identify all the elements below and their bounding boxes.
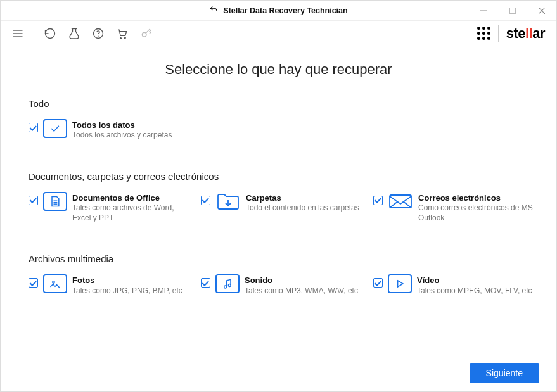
checkbox-emails[interactable] [373, 196, 383, 205]
key-icon[interactable] [136, 22, 157, 45]
svg-line-19 [403, 201, 411, 208]
checkbox-photos[interactable] [29, 278, 38, 288]
document-icon [43, 192, 67, 211]
titlebar: Stellar Data Recovery Technician [1, 1, 556, 21]
page-title: Seleccione lo que hay que recuperar [29, 61, 528, 78]
svg-line-18 [390, 201, 398, 208]
close-button[interactable] [527, 1, 556, 21]
option-all-data[interactable]: Todos los datos Todos los archivos y car… [29, 119, 195, 141]
option-desc: Tales como archivos de Word, Excel y PPT [72, 203, 195, 223]
option-photos[interactable]: Fotos Tales como JPG, PNG, BMP, etc [29, 274, 195, 296]
maximize-button[interactable] [498, 1, 527, 21]
checkbox-video[interactable] [373, 278, 383, 288]
option-video[interactable]: Vídeo Tales como MPEG, MOV, FLV, etc [373, 274, 539, 296]
toolbar-separator [34, 27, 34, 41]
option-office-docs[interactable]: Documentos de Office Tales como archivos… [29, 192, 195, 223]
svg-point-21 [224, 286, 227, 288]
window-title: Stellar Data Recovery Technician [223, 6, 347, 15]
apps-grid-icon[interactable] [477, 27, 490, 40]
svg-point-12 [142, 32, 146, 37]
lab-icon[interactable] [63, 22, 85, 45]
option-desc: Todo el contenido en las carpetas [246, 203, 359, 213]
svg-point-9 [98, 35, 98, 36]
undo-arrow-icon [209, 5, 218, 16]
main-content: Seleccione lo que hay que recuperar Todo… [1, 46, 556, 296]
option-title: Fotos [72, 275, 182, 286]
bottom-bar: Siguiente [0, 353, 557, 392]
option-title: Vídeo [417, 275, 532, 286]
section-media-label: Archivos multimedia [29, 253, 528, 264]
section-docs-label: Documentos, carpetas y correos electróni… [29, 171, 528, 182]
brand-logo: stellar [506, 25, 545, 42]
svg-point-10 [120, 37, 122, 38]
option-desc: Tales como MPEG, MOV, FLV, etc [417, 286, 532, 296]
option-folders[interactable]: Carpetas Todo el contenido en las carpet… [201, 192, 367, 223]
option-title: Sonido [245, 275, 358, 286]
checkbox-office-docs[interactable] [29, 196, 38, 205]
svg-rect-1 [510, 8, 516, 14]
option-desc: Todos los archivos y carpetas [72, 130, 172, 141]
option-desc: Tales como JPG, PNG, BMP, etc [72, 286, 182, 296]
option-title: Todos los datos [72, 120, 172, 130]
option-title: Correos electrónicos [418, 193, 539, 203]
check-square-icon [43, 119, 67, 138]
option-desc: Como correos electrónicos de MS Outlook [418, 203, 539, 223]
option-audio[interactable]: Sonido Tales como MP3, WMA, WAV, etc [201, 274, 367, 296]
brand-area: stellar [477, 25, 550, 42]
svg-point-11 [124, 37, 125, 38]
checkbox-audio[interactable] [201, 278, 210, 288]
help-icon[interactable] [87, 22, 109, 45]
next-button[interactable]: Siguiente [470, 363, 539, 383]
option-title: Carpetas [246, 193, 359, 203]
section-all-label: Todo [29, 98, 528, 109]
minimize-button[interactable] [469, 1, 498, 21]
svg-point-20 [53, 281, 54, 283]
option-emails[interactable]: Correos electrónicos Como correos electr… [373, 192, 539, 223]
menu-icon[interactable] [7, 22, 29, 45]
envelope-icon [388, 192, 413, 211]
music-note-icon [215, 274, 240, 293]
play-icon [388, 274, 412, 293]
checkbox-all-data[interactable] [29, 123, 38, 132]
cart-icon[interactable] [112, 22, 133, 45]
brand-separator [498, 25, 499, 42]
svg-marker-23 [398, 281, 403, 287]
toolbar: stellar [1, 21, 556, 46]
window-title-area: Stellar Data Recovery Technician [209, 5, 347, 16]
option-title: Documentos de Office [72, 193, 195, 203]
image-icon [43, 274, 67, 293]
option-desc: Tales como MP3, WMA, WAV, etc [245, 286, 358, 296]
folder-download-icon [215, 192, 241, 211]
history-icon[interactable] [39, 22, 61, 45]
checkbox-folders[interactable] [201, 196, 210, 205]
window-controls [469, 1, 556, 21]
svg-point-22 [228, 284, 231, 287]
